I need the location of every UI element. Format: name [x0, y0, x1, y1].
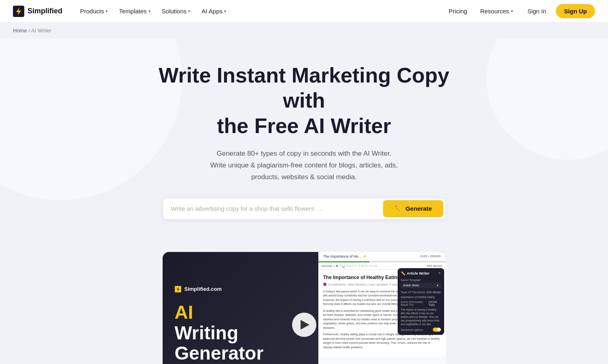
- panel-info-text: The impact of having a healthy diet, the…: [401, 308, 441, 326]
- nav-resources[interactable]: Resources ▾: [475, 4, 518, 18]
- video-brand: Simplified.com: [175, 286, 306, 292]
- breadcrumb-home[interactable]: Home: [13, 28, 27, 34]
- panel-advanced-label: Advanced options: [401, 328, 424, 331]
- nav-signup-button[interactable]: Sign Up: [556, 4, 595, 18]
- video-section: Simplified.com AI WritingGenerator The I…: [0, 236, 608, 364]
- format-underline[interactable]: U: [342, 264, 345, 268]
- format-divider: |: [333, 264, 334, 268]
- app-toolbar-title: The Importance of He... ⚡: [323, 254, 417, 258]
- video-title-rest: WritingGenerator: [175, 323, 306, 364]
- navbar: Simplified Products ▾ Templates ▾ Soluti…: [0, 0, 608, 23]
- panel-topic-row: Topic Of The Article 4/20 Words: [401, 291, 441, 294]
- solutions-chevron-icon: ▾: [188, 9, 190, 13]
- hero-subtitle: Generate 80+ types of copy in seconds wi…: [187, 148, 422, 183]
- format-normal: Normal: [322, 264, 332, 268]
- video-brand-icon: [175, 286, 181, 292]
- play-button[interactable]: [292, 313, 316, 337]
- logo-link[interactable]: Simplified: [13, 6, 62, 17]
- panel-info-count: 29/240 Topic: [428, 301, 441, 306]
- panel-select-chevron: ▾: [437, 284, 439, 287]
- breadcrumb: Home / AI Writer: [0, 23, 608, 38]
- video-title: AI WritingGenerator: [175, 302, 306, 364]
- app-article-text-3: Furthermore, healthy eating plays a cruc…: [323, 332, 441, 349]
- panel-advanced-row: Advanced options: [401, 328, 441, 332]
- panel-topic-label: Topic Of The Article: [401, 291, 426, 294]
- app-screenshot: The Importance of He... ⚡ 1635 / 250000 …: [318, 252, 446, 364]
- resources-chevron-icon: ▾: [511, 9, 513, 13]
- panel-header: ✏️ Article Writer ✕: [401, 271, 441, 275]
- generate-button[interactable]: ✏️ Generate: [383, 200, 443, 217]
- floating-article-writer-panel: ✏️ Article Writer ✕ Select Template Arti…: [398, 268, 444, 335]
- breadcrumb-current: AI Writer: [31, 28, 51, 34]
- nav-products[interactable]: Products ▾: [75, 4, 112, 18]
- panel-info-row: Some Information About The 29/240 Topic: [401, 301, 441, 306]
- templates-chevron-icon: ▾: [148, 9, 150, 13]
- nav-signin[interactable]: Sign In: [521, 4, 553, 18]
- logo-text: Simplified: [28, 7, 62, 15]
- panel-topic-count: 4/20 Words: [426, 291, 441, 294]
- panel-template-label: Select Template: [401, 279, 441, 281]
- video-container: Simplified.com AI WritingGenerator The I…: [163, 252, 446, 364]
- hero-section: Write Instant Marketing Copy with the Fr…: [0, 38, 608, 236]
- ai-apps-chevron-icon: ▾: [224, 9, 226, 13]
- panel-icon: ✏️: [401, 271, 405, 275]
- app-toolbar: The Importance of He... ⚡ 1635 / 250000: [318, 252, 446, 261]
- panel-title: ✏️ Article Writer: [401, 271, 430, 275]
- panel-close-icon[interactable]: ✕: [438, 271, 441, 275]
- search-bar: ✏️ Generate: [163, 198, 446, 220]
- meta-dot-icon: [323, 283, 326, 286]
- format-bold[interactable]: B: [336, 264, 338, 268]
- logo-icon: [13, 6, 24, 17]
- format-extra: S A ≡ ≡ ↗ ⊕ ↩ ↪ • ⊖: [346, 264, 377, 268]
- nav-ai-apps[interactable]: AI Apps ▾: [197, 4, 231, 18]
- search-input[interactable]: [163, 198, 381, 219]
- word-counter: 1635 / 250000: [420, 254, 441, 258]
- nav-solutions[interactable]: Solutions ▾: [157, 4, 195, 18]
- products-chevron-icon: ▾: [106, 9, 108, 13]
- video-title-ai: AI: [175, 302, 306, 323]
- panel-topic-text: Importance of Healthy Eating: [401, 295, 441, 299]
- format-italic[interactable]: I: [340, 264, 341, 268]
- video-right-panel: The Importance of He... ⚡ 1635 / 250000 …: [318, 252, 446, 364]
- panel-info-label: Some Information About The: [401, 301, 429, 306]
- generate-icon: ✏️: [394, 205, 402, 212]
- play-button-wrapper: [292, 313, 316, 337]
- video-brand-text: Simplified.com: [184, 286, 222, 292]
- nav-right: Pricing Resources ▾ Sign In Sign Up: [444, 4, 595, 18]
- nav-links: Products ▾ Templates ▾ Solutions ▾ AI Ap…: [75, 4, 444, 18]
- hero-title: Write Instant Marketing Copy with the Fr…: [155, 63, 454, 138]
- nav-templates[interactable]: Templates ▾: [114, 4, 155, 18]
- video-left-panel: Simplified.com AI WritingGenerator: [163, 252, 318, 364]
- panel-template-select[interactable]: Article Writer ▾: [401, 283, 441, 288]
- nav-pricing[interactable]: Pricing: [444, 4, 472, 18]
- word-count-display: 442 Words: [427, 264, 443, 268]
- play-triangle-icon: [301, 320, 309, 330]
- panel-advanced-toggle[interactable]: [433, 328, 441, 332]
